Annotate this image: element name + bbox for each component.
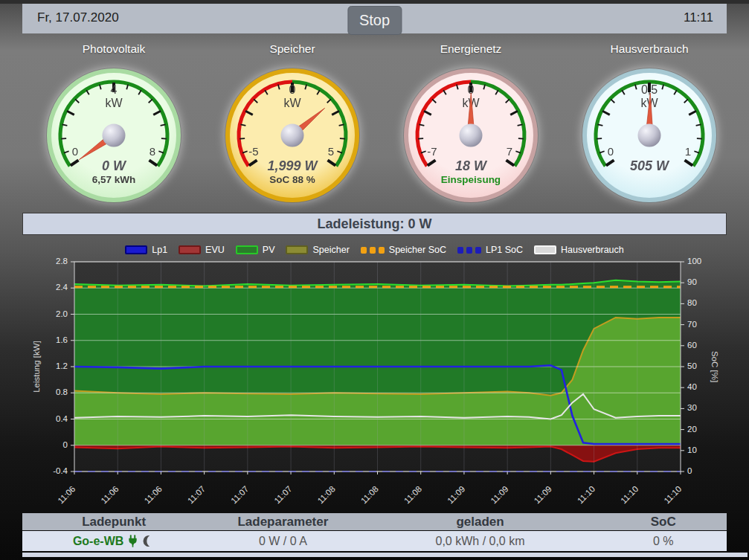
svg-text:90: 90 [687, 277, 697, 286]
svg-text:5: 5 [328, 145, 334, 158]
chargepoint-name: Go-e-WB [73, 535, 123, 548]
legend-label: Hausverbrauch [561, 245, 624, 255]
col-header-ladeparameter: Ladeparameter [205, 515, 360, 530]
svg-text:0: 0 [608, 145, 614, 158]
svg-text:0: 0 [72, 145, 78, 158]
legend-swatch [236, 245, 258, 254]
col-header-ladepunkt: Ladepunkt [22, 515, 205, 530]
plug-icon [127, 535, 138, 547]
svg-text:80: 80 [687, 298, 697, 307]
clock-label: 11:11 [684, 10, 713, 25]
gauge-photovoltaik: Photovoltaik 084kW0 W6,57 kWh [25, 42, 203, 210]
legend-item-pv: PV [236, 245, 275, 255]
chargepoint-table: Ladepunkt Ladeparameter geladen SoC Go-e… [22, 513, 727, 551]
svg-text:-0.4: -0.4 [53, 466, 68, 475]
svg-text:0 W: 0 W [102, 158, 127, 173]
svg-text:40: 40 [687, 382, 697, 391]
svg-text:18 W: 18 W [455, 158, 488, 173]
svg-text:2.4: 2.4 [56, 283, 68, 292]
svg-text:11:07: 11:07 [229, 484, 250, 505]
svg-text:30: 30 [687, 403, 697, 412]
chargepoint-row[interactable]: Go-e-WB 0 W / 0 A 0,0 kWh / 0,0 km 0 % [22, 531, 727, 551]
legend-item-lp1-soc: LP1 SoC [457, 245, 523, 255]
svg-text:0: 0 [687, 466, 692, 475]
legend-item-speicher-soc: Speicher SoC [361, 245, 446, 255]
legend-item-evu: EVU [179, 245, 225, 255]
col-header-geladen: geladen [361, 515, 600, 530]
legend-item-hausverbrauch: Hausverbrauch [534, 245, 624, 255]
photovoltaik-gauge-dial: 084kW0 W6,57 kWh [39, 61, 188, 210]
svg-text:10: 10 [687, 445, 697, 454]
openwb-dashboard: Fr, 17.07.2020 Stop 11:11 Photovoltaik 0… [0, 0, 749, 560]
svg-text:8: 8 [150, 145, 155, 158]
energienetz-gauge-dial: -770kW18 WEinspeisung [396, 61, 545, 210]
svg-text:11:08: 11:08 [402, 484, 423, 505]
svg-text:505 W: 505 W [630, 158, 670, 173]
svg-text:Leistung [kW]: Leistung [kW] [32, 341, 41, 393]
svg-text:70: 70 [687, 320, 697, 329]
svg-text:100: 100 [687, 257, 701, 265]
svg-text:1: 1 [685, 145, 691, 158]
legend-swatch [361, 245, 385, 254]
svg-text:0: 0 [63, 440, 68, 449]
svg-text:50: 50 [687, 361, 697, 370]
legend-item-lp1: Lp1 [125, 245, 167, 255]
power-chart-canvas: 2.82.42.01.61.20.80.40-0.410090807060504… [22, 256, 727, 509]
gauge-row: Photovoltaik 084kW0 W6,57 kWh Speicher -… [25, 42, 739, 210]
table-header-row: Ladepunkt Ladeparameter geladen SoC [22, 513, 727, 530]
geladen-cell: 0,0 kWh / 0,0 km [361, 535, 600, 548]
svg-text:SoC 88 %: SoC 88 % [269, 174, 315, 185]
svg-text:2.8: 2.8 [56, 257, 68, 265]
power-chart: 2.82.42.01.61.20.80.40-0.410090807060504… [22, 256, 727, 512]
svg-text:4: 4 [111, 83, 118, 96]
top-bar: Fr, 17.07.2020 Stop 11:11 [22, 4, 727, 33]
legend-label: EVU [205, 245, 225, 255]
svg-text:7: 7 [507, 145, 512, 158]
svg-text:1.6: 1.6 [56, 335, 68, 344]
gauge-speicher: Speicher -550kW1,999 WSoC 88 % [203, 42, 382, 210]
legend-swatch [125, 245, 147, 254]
col-header-soc: SoC [600, 515, 727, 530]
legend-item-speicher: Speicher [286, 245, 349, 255]
gauge-energienetz: Energienetz -770kW18 WEinspeisung [382, 42, 560, 210]
gauge-title: Hausverbrauch [610, 42, 688, 56]
ladeparameter-cell: 0 W / 0 A [205, 535, 360, 548]
legend-swatch [534, 245, 556, 254]
hausverbrauch-gauge-dial: 010,5kW505 W [575, 61, 724, 210]
svg-text:11:06: 11:06 [143, 484, 164, 505]
svg-text:0.4: 0.4 [56, 414, 68, 423]
legend-swatch [457, 245, 481, 254]
svg-text:60: 60 [687, 341, 697, 350]
ladeleistung-banner: Ladeleistung: 0 W [22, 213, 727, 235]
legend-label: PV [263, 245, 275, 255]
legend-label: Speicher [312, 245, 349, 255]
svg-text:2.0: 2.0 [56, 309, 68, 318]
svg-text:0.8: 0.8 [56, 387, 68, 396]
chargepoint-name-cell: Go-e-WB [73, 535, 155, 548]
svg-text:11:08: 11:08 [316, 484, 337, 505]
gauge-title: Photovoltaik [83, 42, 145, 56]
svg-text:0,5: 0,5 [641, 83, 658, 96]
svg-text:11:09: 11:09 [446, 484, 466, 505]
footer-strip [22, 553, 748, 557]
legend-swatch [286, 245, 308, 254]
gauge-title: Energienetz [440, 42, 502, 56]
date-label: Fr, 17.07.2020 [37, 10, 119, 25]
svg-text:11:10: 11:10 [662, 484, 683, 505]
svg-text:1,999 W: 1,999 W [267, 158, 318, 173]
svg-text:11:10: 11:10 [576, 484, 597, 505]
stop-button[interactable]: Stop [347, 6, 402, 35]
svg-text:kW: kW [105, 97, 123, 109]
speicher-gauge-dial: -550kW1,999 WSoC 88 % [218, 61, 367, 210]
svg-text:11:10: 11:10 [619, 484, 640, 505]
legend-label: LP1 SoC [486, 245, 523, 255]
gauge-hausverbrauch: Hausverbrauch 010,5kW505 W [560, 42, 739, 210]
svg-text:Einspeisung: Einspeisung [441, 174, 501, 185]
moon-icon [142, 535, 155, 547]
svg-text:-7: -7 [427, 145, 437, 158]
svg-text:11:06: 11:06 [56, 484, 77, 505]
legend-label: Lp1 [152, 245, 167, 255]
chart-legend: Lp1EVUPVSpeicherSpeicher SoCLP1 SoCHausv… [22, 245, 727, 255]
svg-text:11:07: 11:07 [186, 484, 207, 505]
svg-text:20: 20 [687, 425, 697, 434]
